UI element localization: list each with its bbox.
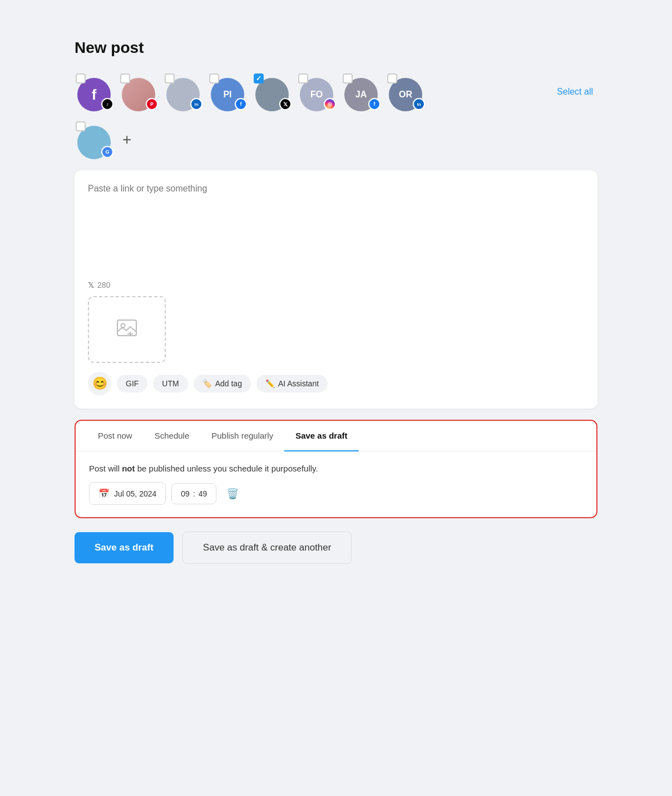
account-item-3[interactable]: in — [164, 72, 202, 111]
image-upload-box[interactable] — [88, 296, 166, 363]
account-item-6[interactable]: FO ◎ — [297, 72, 336, 111]
bottom-actions: Save as draft Save as draft & create ano… — [75, 532, 597, 564]
time-separator: : — [193, 489, 195, 498]
calendar-icon: 📅 — [98, 488, 110, 499]
account-checkbox-7[interactable] — [343, 73, 353, 83]
publish-note-bold: not — [122, 464, 135, 473]
date-value: Jul 05, 2024 — [114, 489, 156, 498]
account-item-7[interactable]: JA f — [342, 72, 381, 111]
account-checkbox-2[interactable] — [120, 73, 130, 83]
facebook-badge-7: f — [368, 98, 381, 110]
time-minutes: 49 — [199, 489, 207, 498]
account-checkbox-5[interactable] — [254, 73, 264, 83]
facebook-badge-4: f — [235, 98, 247, 110]
linkedin-badge-8: in — [413, 98, 425, 110]
gbp-badge-9: G — [101, 146, 113, 158]
post-content-input[interactable] — [88, 184, 584, 273]
time-hours: 09 — [181, 489, 190, 498]
publish-note: Post will not be published unless you sc… — [89, 464, 583, 473]
select-all-button[interactable]: Select all — [552, 82, 597, 101]
publish-tabs: Post now Schedule Publish regularly Save… — [76, 421, 596, 451]
publish-note-prefix: Post will — [89, 464, 122, 473]
x-badge-5: 𝕏 — [279, 98, 291, 110]
tab-publish-regularly[interactable]: Publish regularly — [200, 421, 284, 451]
delete-schedule-button[interactable]: 🗑️ — [222, 483, 243, 504]
emoji-button[interactable]: 😊 — [88, 372, 111, 395]
add-tag-button[interactable]: 🏷️ Add tag — [194, 375, 251, 392]
linkedin-badge-3: in — [190, 98, 202, 110]
account-item-8[interactable]: OR in — [386, 72, 425, 111]
tiktok-badge-1: ♪ — [101, 98, 113, 110]
utm-button[interactable]: UTM — [153, 375, 187, 392]
ai-assistant-label: AI Assistant — [278, 379, 319, 388]
publish-note-suffix: be published unless you schedule it purp… — [135, 464, 318, 473]
save-draft-button[interactable]: Save as draft — [75, 532, 174, 563]
time-picker[interactable]: 09 : 49 — [171, 483, 216, 504]
account-item-5[interactable]: 𝕏 — [253, 72, 291, 111]
char-count-value: 280 — [97, 281, 110, 289]
ai-assistant-button[interactable]: ✏️ AI Assistant — [256, 375, 328, 392]
instagram-badge-6: ◎ — [324, 98, 336, 110]
page-container: New post f ♪ P in PI f 𝕏 — [58, 22, 614, 581]
account-checkbox-1[interactable] — [76, 73, 86, 83]
svg-point-1 — [121, 323, 125, 327]
trash-icon: 🗑️ — [226, 488, 239, 499]
publish-content: Post will not be published unless you sc… — [76, 451, 596, 517]
accounts-row-2: G + — [75, 120, 597, 159]
char-count-row: 𝕏 280 — [88, 281, 584, 289]
account-checkbox-3[interactable] — [165, 73, 175, 83]
tab-save-as-draft[interactable]: Save as draft — [284, 421, 358, 451]
account-item-1[interactable]: f ♪ — [75, 72, 113, 111]
ai-icon: ✏️ — [265, 379, 275, 388]
date-picker[interactable]: 📅 Jul 05, 2024 — [89, 482, 166, 505]
svg-rect-0 — [117, 320, 136, 336]
accounts-row-1: f ♪ P in PI f 𝕏 FO ◎ — [75, 72, 597, 111]
gif-button[interactable]: GIF — [117, 375, 147, 392]
tag-icon: 🏷️ — [202, 379, 212, 388]
page-title: New post — [75, 39, 597, 57]
account-checkbox-9[interactable] — [76, 121, 86, 131]
date-time-row: 📅 Jul 05, 2024 09 : 49 🗑️ — [89, 482, 583, 505]
account-checkbox-8[interactable] — [387, 73, 397, 83]
add-account-icon[interactable]: + — [122, 131, 131, 149]
editor-toolbar: 😊 GIF UTM 🏷️ Add tag ✏️ AI Assistant — [88, 372, 584, 395]
account-item-4[interactable]: PI f — [208, 72, 247, 111]
save-draft-create-button[interactable]: Save as draft & create another — [182, 532, 352, 564]
pinterest-badge-2: P — [146, 98, 158, 110]
account-item-9[interactable]: G — [75, 120, 113, 159]
account-checkbox-6[interactable] — [298, 73, 308, 83]
account-item-2[interactable]: P — [119, 72, 158, 111]
image-upload-icon — [117, 320, 137, 340]
add-tag-label: Add tag — [215, 379, 242, 388]
x-char-icon: 𝕏 — [88, 281, 94, 289]
account-checkbox-4[interactable] — [209, 73, 219, 83]
publish-panel: Post now Schedule Publish regularly Save… — [75, 420, 597, 518]
post-editor: 𝕏 280 😊 GIF UTM 🏷️ Add tag — [75, 170, 597, 409]
tab-schedule[interactable]: Schedule — [144, 421, 201, 451]
tab-post-now[interactable]: Post now — [87, 421, 144, 451]
